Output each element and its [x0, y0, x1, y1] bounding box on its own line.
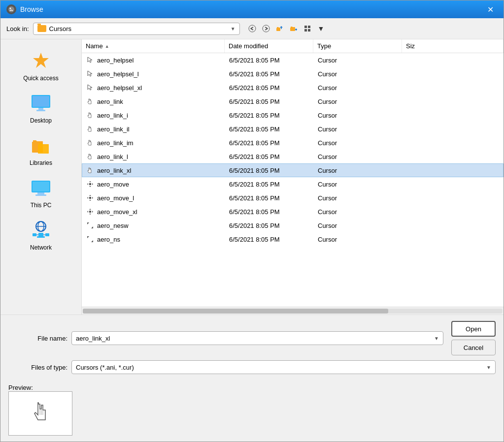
file-list-header: Name ▲ Date modified Type Siz — [82, 39, 504, 53]
new-folder-button[interactable] — [287, 22, 300, 35]
file-name-row: File name: aero_link_xl ▼ Open Cancel — [8, 321, 496, 355]
file-name-cell: aero_link_l — [82, 152, 225, 161]
column-size[interactable]: Siz — [402, 39, 504, 53]
h-scroll-track — [83, 309, 503, 314]
look-in-dropdown[interactable]: Cursors ▼ — [33, 23, 240, 35]
files-type-dropdown-arrow: ▼ — [486, 365, 491, 370]
close-button[interactable]: ✕ — [483, 2, 498, 17]
cursor-hand-preview — [28, 400, 53, 427]
svg-rect-9 — [308, 29, 310, 32]
this-pc-icon — [29, 176, 53, 200]
file-size-cell — [403, 156, 503, 158]
views-button[interactable] — [301, 22, 314, 35]
files-of-type-input[interactable]: Cursors (*.ani, *.cur) ▼ — [71, 360, 496, 374]
svg-rect-13 — [38, 108, 43, 110]
file-name-cell: aero_link_il — [82, 124, 225, 134]
sidebar-item-this-pc[interactable]: This PC — [2, 172, 79, 213]
table-row[interactable]: aero_link_l 6/5/2021 8:05 PM Cursor — [82, 150, 504, 163]
file-name-cell: aero_link_xl — [82, 165, 225, 175]
file-date-cell: 6/5/2021 8:05 PM — [225, 193, 314, 203]
table-row[interactable]: aero_move_l 6/5/2021 8:05 PM Cursor — [82, 191, 504, 205]
svg-rect-4 — [276, 28, 280, 31]
table-row[interactable]: aero_helpsel_l 6/5/2021 8:05 PM Cursor — [82, 67, 504, 81]
preview-area: Preview: — [0, 380, 504, 442]
toolbar-buttons: ▼ — [246, 22, 328, 35]
sidebar-label-quick-access: Quick access — [23, 75, 58, 82]
toolbar-row: Look in: Cursors ▼ — [0, 18, 504, 39]
svg-rect-20 — [35, 194, 46, 196]
back-button[interactable] — [246, 22, 259, 35]
file-name-dropdown-arrow: ▼ — [434, 336, 439, 341]
file-size-cell — [403, 238, 503, 240]
column-date-modified[interactable]: Date modified — [225, 39, 313, 53]
form-buttons: Open Cancel — [451, 321, 496, 355]
table-row[interactable]: aero_link_i 6/5/2021 8:05 PM Cursor — [82, 108, 504, 122]
cursor-icon — [86, 97, 94, 105]
table-row[interactable]: aero_link_il 6/5/2021 8:05 PM Cursor — [82, 122, 504, 136]
cursor-icon — [86, 194, 94, 202]
horizontal-scrollbar[interactable] — [82, 307, 504, 315]
svg-rect-16 — [38, 145, 49, 154]
cursor-icon — [86, 125, 94, 133]
forward-button[interactable] — [260, 22, 272, 35]
cursor-icon — [86, 166, 94, 174]
file-type-cell: Cursor — [314, 180, 403, 189]
table-row[interactable]: aero_move_xl 6/5/2021 8:05 PM Cursor — [82, 205, 504, 219]
open-button[interactable]: Open — [451, 321, 496, 337]
file-type-cell: Cursor — [314, 207, 403, 217]
column-type[interactable]: Type — [313, 39, 402, 53]
file-size-cell — [403, 197, 503, 199]
file-date-cell: 6/5/2021 8:05 PM — [225, 221, 314, 230]
libraries-icon — [29, 134, 53, 158]
file-list-container: Name ▲ Date modified Type Siz aero_helps… — [82, 39, 504, 315]
network-icon — [29, 219, 53, 242]
sidebar-item-desktop[interactable]: Desktop — [2, 88, 79, 128]
sidebar: Quick access Desktop — [0, 39, 82, 315]
svg-point-0 — [8, 6, 14, 12]
sidebar-item-quick-access[interactable]: Quick access — [2, 45, 79, 86]
table-row[interactable]: aero_move 6/5/2021 8:05 PM Cursor — [82, 177, 504, 191]
svg-point-1 — [10, 8, 11, 9]
preview-label: Preview: — [8, 384, 33, 391]
file-type-cell: Cursor — [314, 83, 403, 93]
up-folder-button[interactable] — [273, 22, 286, 35]
file-name-cell: aero_link — [82, 96, 225, 106]
file-name-input[interactable]: aero_link_xl ▼ — [71, 331, 443, 345]
svg-point-3 — [263, 25, 269, 32]
file-list: aero_helpsel 6/5/2021 8:05 PM Cursor aer… — [82, 53, 504, 307]
table-row[interactable]: aero_nesw 6/5/2021 8:05 PM Cursor — [82, 219, 504, 232]
views-arrow-button[interactable]: ▼ — [315, 22, 328, 35]
sidebar-item-libraries[interactable]: Libraries — [2, 130, 79, 170]
table-row[interactable]: aero_link_xl 6/5/2021 8:05 PM Cursor — [82, 163, 504, 177]
file-date-cell: 6/5/2021 8:05 PM — [225, 69, 314, 79]
file-name-cell: aero_helpsel_l — [82, 69, 225, 79]
file-size-cell — [403, 59, 503, 61]
table-row[interactable]: aero_ns 6/5/2021 8:05 PM Cursor — [82, 232, 504, 246]
file-name-value: aero_link_xl — [76, 335, 110, 342]
svg-point-2 — [249, 25, 256, 32]
table-row[interactable]: aero_link_im 6/5/2021 8:05 PM Cursor — [82, 136, 504, 150]
column-name[interactable]: Name ▲ — [82, 39, 225, 53]
file-name-cell: aero_helpsel_xl — [82, 83, 225, 93]
file-name-cell: aero_move_xl — [82, 207, 225, 217]
table-row[interactable]: aero_helpsel_xl 6/5/2021 8:05 PM Cursor — [82, 81, 504, 95]
file-date-cell: 6/5/2021 8:05 PM — [225, 138, 314, 148]
files-of-type-value: Cursors (*.ani, *.cur) — [76, 364, 134, 371]
svg-marker-10 — [33, 53, 49, 68]
file-size-cell — [403, 87, 503, 89]
file-date-cell: 6/5/2021 8:05 PM — [225, 166, 314, 175]
svg-rect-6 — [304, 26, 307, 28]
file-date-cell: 6/5/2021 8:05 PM — [225, 56, 314, 65]
sidebar-item-network[interactable]: Network — [2, 215, 79, 255]
title-bar: Browse ✕ — [0, 0, 504, 18]
file-date-cell: 6/5/2021 8:05 PM — [225, 83, 314, 93]
table-row[interactable]: aero_helpsel 6/5/2021 8:05 PM Cursor — [82, 53, 504, 67]
cursor-icon — [86, 111, 94, 119]
sidebar-label-network: Network — [30, 244, 52, 251]
chevron-down-icon: ▼ — [231, 26, 235, 32]
cancel-button[interactable]: Cancel — [451, 340, 496, 355]
svg-rect-7 — [308, 26, 310, 28]
file-name-cell: aero_helpsel — [82, 55, 225, 65]
table-row[interactable]: aero_link 6/5/2021 8:05 PM Cursor — [82, 95, 504, 108]
cursor-icon — [86, 84, 94, 92]
